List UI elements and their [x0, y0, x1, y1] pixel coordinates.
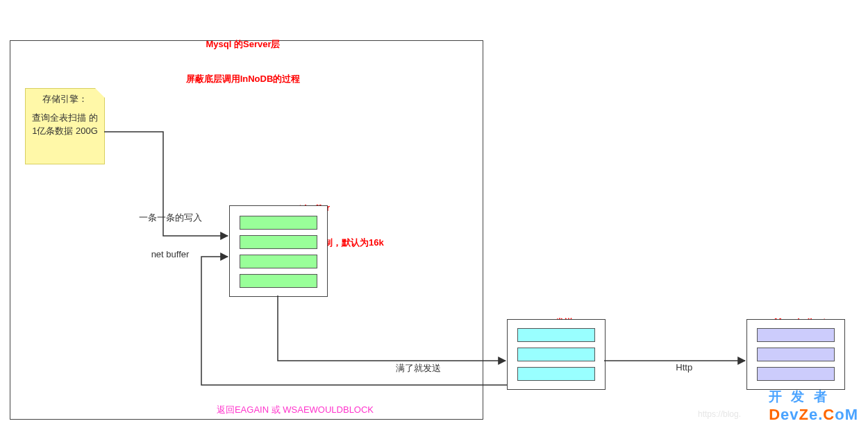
storage-note-body: 查询全表扫描 的1亿条数据 200G	[30, 112, 100, 138]
arrow3-label-text: Http	[676, 362, 692, 373]
tcp-buffer-row	[517, 367, 595, 381]
brand-watermark: 开 发 者 DevZe.CoM	[769, 388, 858, 424]
server-layer-title-line1: Mysql 的Server层	[139, 39, 347, 51]
net-buffer-row	[240, 216, 317, 230]
arrow1-label-line2: net buffer	[125, 248, 215, 261]
arrow1-label-line1: 一条一条的写入	[125, 212, 215, 224]
client-row	[757, 328, 835, 342]
storage-note-heading: 存储引擎：	[30, 93, 100, 106]
arrow1-label: 一条一条的写入 net buffer	[125, 187, 215, 284]
client-row	[757, 348, 835, 361]
server-layer-title: Mysql 的Server层 屏蔽底层调用InNoDB的过程	[139, 15, 347, 109]
net-buffer-box	[229, 205, 328, 297]
feedback-label: 返回EAGAIN 或 WSAEWOULDBLOCK ，就暂停读取数据	[198, 379, 392, 428]
net-buffer-row	[240, 255, 317, 268]
server-layer-title-line2: 屏蔽底层调用InNoDB的过程	[139, 74, 347, 85]
arrow3-label: Http	[658, 352, 700, 383]
storage-engine-note: 存储引擎： 查询全表扫描 的1亿条数据 200G	[25, 88, 105, 164]
net-buffer-row	[240, 274, 317, 288]
tcp-buffer-box	[507, 319, 606, 390]
tcp-buffer-row	[517, 328, 595, 342]
watermark-faint-text: https://blog.	[698, 409, 741, 419]
diagram-canvas: Mysql 的Server层 屏蔽底层调用InNoDB的过程 存储引擎： 查询全…	[0, 0, 868, 428]
client-row	[757, 367, 835, 381]
net-buffer-row	[240, 235, 317, 249]
arrow2-label-text: 满了就发送	[396, 363, 441, 373]
watermark-faint: https://blog.	[698, 409, 741, 419]
feedback-label-line1: 返回EAGAIN 或 WSAEWOULDBLOCK	[198, 404, 392, 416]
brand-cn: 开 发 者	[769, 388, 858, 406]
tcp-buffer-row	[517, 348, 595, 361]
brand-en: DevZe.CoM	[769, 406, 858, 424]
client-box	[746, 319, 845, 390]
